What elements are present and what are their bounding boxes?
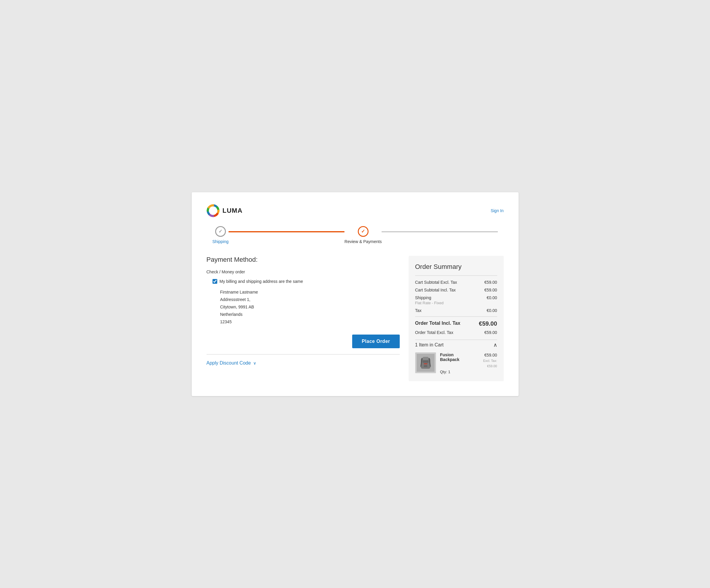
place-order-button[interactable]: Place Order bbox=[352, 335, 399, 348]
place-order-row: Place Order bbox=[207, 335, 400, 348]
progress-bar: ✓ Shipping ✓ Review & Payments bbox=[207, 226, 504, 244]
collapse-icon: ∧ bbox=[493, 342, 497, 348]
product-qty: Qty: 1 bbox=[440, 370, 497, 374]
cart-subtotal-excl-row: Cart Subtotal Excl. Tax €59.00 bbox=[415, 280, 497, 285]
cart-subtotal-incl-label: Cart Subtotal Incl. Tax bbox=[415, 288, 456, 292]
chevron-down-icon: ∨ bbox=[253, 361, 256, 365]
shipping-label: Shipping bbox=[415, 295, 431, 300]
address-block: Firstname Lastname Addressstreet 1, City… bbox=[220, 289, 400, 326]
shipping-method: Flat Rate - Fixed bbox=[415, 301, 497, 305]
tax-row: Tax €0.00 bbox=[415, 308, 497, 313]
payment-section-title: Payment Method: bbox=[207, 256, 400, 264]
product-price: €59.00 bbox=[484, 353, 497, 358]
header: LUMA Sign In bbox=[207, 204, 504, 217]
cart-subtotal-incl-value: €59.00 bbox=[484, 288, 497, 292]
step-review: ✓ Review & Payments bbox=[345, 226, 382, 244]
items-in-cart-header[interactable]: 1 Item in Cart ∧ bbox=[415, 340, 497, 348]
cart-subtotal-excl-value: €59.00 bbox=[484, 280, 497, 285]
tax-value: €0.00 bbox=[487, 308, 497, 313]
product-name: Fusion Backpack bbox=[440, 352, 473, 362]
billing-address-checkbox-row[interactable]: My billing and shipping address are the … bbox=[213, 279, 400, 284]
logo-text: LUMA bbox=[222, 207, 243, 215]
billing-same-checkbox[interactable] bbox=[213, 279, 217, 284]
shipping-row: Shipping €0.00 Flat Rate - Fixed bbox=[415, 295, 497, 305]
content-layout: Payment Method: Check / Money order My b… bbox=[207, 256, 504, 381]
left-panel: Payment Method: Check / Money order My b… bbox=[207, 256, 400, 366]
address-phone: 12345 bbox=[220, 318, 400, 326]
product-excl-tax: Excl. Tax: €59.00 bbox=[483, 359, 497, 368]
step1-check: ✓ bbox=[218, 228, 222, 234]
order-summary-box: Order Summary Cart Subtotal Excl. Tax €5… bbox=[409, 256, 504, 381]
progress-connector bbox=[229, 231, 345, 232]
sign-in-link[interactable]: Sign In bbox=[491, 208, 504, 213]
summary-top-divider bbox=[415, 275, 497, 276]
step-shipping: ✓ Shipping bbox=[213, 226, 229, 244]
discount-divider bbox=[207, 354, 400, 354]
right-panel: Order Summary Cart Subtotal Excl. Tax €5… bbox=[409, 256, 504, 381]
cart-item: Fusion Backpack €59.00 Excl. Tax: €59.00… bbox=[415, 352, 497, 374]
svg-rect-4 bbox=[423, 361, 429, 363]
order-summary-title: Order Summary bbox=[415, 263, 497, 271]
product-info: Fusion Backpack €59.00 Excl. Tax: €59.00… bbox=[440, 352, 497, 374]
payment-method-label: Check / Money order bbox=[207, 269, 400, 274]
progress-connector-end bbox=[382, 231, 497, 232]
cart-subtotal-incl-row: Cart Subtotal Incl. Tax €59.00 bbox=[415, 288, 497, 292]
order-total-incl-row: Order Total Incl. Tax €59.00 bbox=[415, 320, 497, 327]
svg-rect-8 bbox=[424, 363, 427, 364]
items-in-cart-label: 1 Item in Cart bbox=[415, 342, 444, 348]
step2-check: ✓ bbox=[361, 228, 365, 234]
logo-area: LUMA bbox=[207, 204, 243, 217]
order-total-excl-label: Order Total Excl. Tax bbox=[415, 330, 453, 335]
svg-rect-3 bbox=[423, 357, 429, 360]
product-thumbnail bbox=[415, 352, 436, 373]
discount-code-link[interactable]: Apply Discount Code bbox=[207, 361, 251, 366]
luma-logo-icon bbox=[207, 204, 220, 217]
billing-same-label: My billing and shipping address are the … bbox=[220, 279, 303, 284]
address-street: Addressstreet 1, bbox=[220, 296, 400, 303]
tax-label: Tax bbox=[415, 308, 422, 313]
address-country: Netherlands bbox=[220, 311, 400, 318]
order-total-excl-row: Order Total Excl. Tax €59.00 bbox=[415, 330, 497, 335]
step2-label: Review & Payments bbox=[345, 239, 382, 244]
step1-label: Shipping bbox=[213, 239, 229, 244]
address-city: Citytown, 9991 AB bbox=[220, 303, 400, 311]
step1-circle: ✓ bbox=[215, 226, 226, 237]
discount-row[interactable]: Apply Discount Code ∨ bbox=[207, 361, 400, 366]
order-total-excl-value: €59.00 bbox=[484, 330, 497, 335]
step2-circle: ✓ bbox=[358, 226, 369, 237]
address-name: Firstname Lastname bbox=[220, 289, 400, 296]
order-total-incl-label: Order Total Incl. Tax bbox=[415, 320, 460, 326]
cart-subtotal-excl-label: Cart Subtotal Excl. Tax bbox=[415, 280, 457, 285]
summary-bottom-divider bbox=[415, 316, 497, 317]
order-total-incl-value: €59.00 bbox=[479, 320, 497, 327]
svg-rect-5 bbox=[424, 365, 427, 367]
shipping-value: €0.00 bbox=[487, 295, 497, 300]
main-container: LUMA Sign In ✓ Shipping ✓ Review & Payme… bbox=[192, 192, 519, 396]
